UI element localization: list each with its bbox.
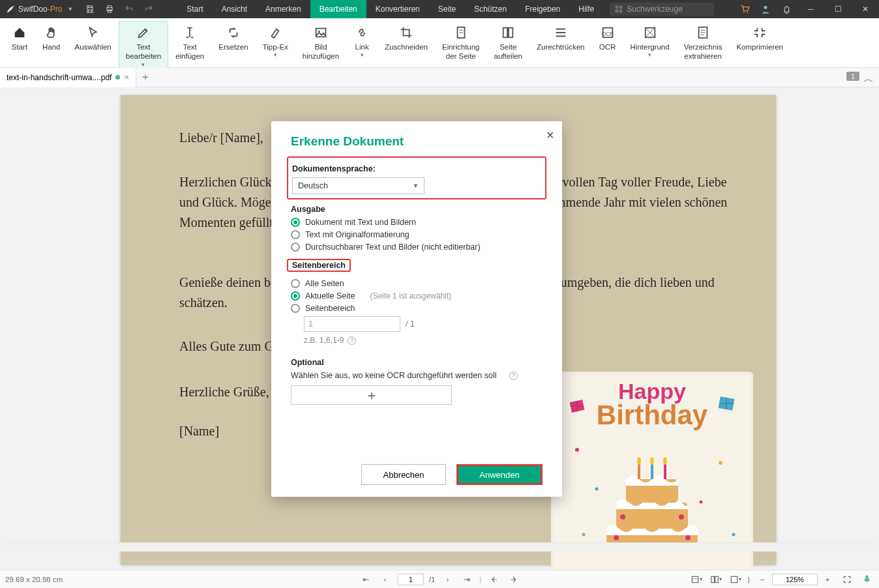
- page-navigation: ⇤ ‹ /1 › ⇥ |: [359, 572, 521, 587]
- crop-icon: [399, 24, 413, 41]
- output-option-2[interactable]: Text mit Originalformatierung: [291, 230, 543, 239]
- ribbon-toc[interactable]: Verzeichnis extrahieren: [677, 21, 730, 63]
- page-total: / 1: [406, 319, 415, 329]
- output-option-2-label: Text mit Originalformatierung: [305, 230, 410, 239]
- ribbon-align[interactable]: Zurechtrücken: [529, 21, 592, 53]
- svg-point-12: [575, 448, 579, 452]
- ribbon-textinsert[interactable]: Text einfügen: [168, 21, 211, 63]
- image-icon: [314, 24, 328, 41]
- fit-icon[interactable]: ▾: [728, 572, 743, 587]
- svg-rect-33: [692, 576, 698, 582]
- first-page-icon[interactable]: ⇤: [359, 572, 373, 587]
- menu-schützen[interactable]: Schützen: [465, 0, 516, 18]
- ribbon-image[interactable]: Bild hinzufügen: [295, 21, 346, 63]
- fullscreen-icon[interactable]: [840, 572, 854, 587]
- bell-icon[interactable]: [776, 0, 797, 18]
- ribbon-bg[interactable]: Hintergrund▾: [623, 21, 677, 61]
- layout-icon[interactable]: ▾: [709, 572, 723, 587]
- range-current-label: Aktuelle Seite: [305, 291, 355, 301]
- ribbon-label: Tipp-Ex: [263, 42, 288, 51]
- last-page-icon[interactable]: ⇥: [460, 572, 474, 587]
- language-value: Deutsch: [298, 181, 328, 190]
- output-option-1[interactable]: Dokument mit Text und Bildern: [291, 218, 543, 227]
- range-range-label: Seitenbereich: [305, 304, 355, 313]
- ribbon-hand[interactable]: Hand: [35, 21, 68, 53]
- ribbon-textedit[interactable]: Text bearbeiten▾: [119, 21, 168, 70]
- zoom-out-icon[interactable]: −: [755, 572, 769, 587]
- svg-rect-3: [316, 29, 326, 37]
- ribbon-link[interactable]: Link▾: [346, 21, 378, 61]
- minimize-button[interactable]: ─: [797, 0, 824, 18]
- menu-hilfe[interactable]: Hilfe: [569, 0, 603, 18]
- range-option-range[interactable]: Seitenbereich: [291, 304, 543, 313]
- cart-icon[interactable]: [734, 0, 755, 18]
- menu-ansicht[interactable]: Ansicht: [213, 0, 256, 18]
- page-indicator[interactable]: 1: [846, 72, 859, 81]
- next-page-icon[interactable]: ›: [440, 572, 454, 587]
- output-option-3[interactable]: Durchsuchbarer Text und Bilder (nicht ed…: [291, 243, 543, 252]
- print-icon[interactable]: [100, 0, 119, 18]
- dialog-actions: Abbrechen Anwenden: [291, 464, 543, 485]
- hand-icon: [44, 24, 59, 41]
- view-mode-icon[interactable]: ▾: [689, 572, 704, 587]
- menu-konvertieren[interactable]: Konvertieren: [366, 0, 429, 18]
- svg-point-14: [719, 461, 723, 465]
- ribbon-ocr[interactable]: OCROCR: [592, 21, 623, 53]
- close-button[interactable]: ✕: [852, 0, 879, 18]
- toc-icon: [696, 24, 710, 41]
- card-title: Happy Birthday: [597, 381, 708, 428]
- prev-page-icon[interactable]: ‹: [378, 572, 393, 587]
- ribbon-split[interactable]: Seite aufteilen: [487, 21, 529, 63]
- app-menu-caret-icon[interactable]: ▼: [67, 6, 73, 12]
- add-exclusion-button[interactable]: ＋: [291, 385, 452, 405]
- svg-point-0: [743, 12, 745, 13]
- pin-icon[interactable]: [859, 572, 874, 587]
- prev-view-icon[interactable]: [486, 572, 501, 587]
- ribbon-tippex[interactable]: Tipp-Ex▾: [256, 21, 295, 61]
- range-label-highlight: Seitenbereich: [287, 259, 351, 272]
- user-icon[interactable]: [755, 0, 776, 18]
- language-dropdown[interactable]: Deutsch ▼: [292, 177, 425, 194]
- cancel-button[interactable]: Abbrechen: [361, 464, 446, 485]
- maximize-button[interactable]: ☐: [824, 0, 852, 18]
- ribbon-crop[interactable]: Zuschneiden: [378, 21, 435, 53]
- ribbon-cursor[interactable]: Auswählen: [68, 21, 119, 53]
- zoom-input[interactable]: [772, 574, 818, 585]
- range-current-hint: (Seite 1 ist ausgewählt): [370, 291, 451, 301]
- range-option-all[interactable]: Alle Seiten: [291, 279, 543, 288]
- apply-button[interactable]: Anwenden: [456, 464, 543, 485]
- dialog-close-icon[interactable]: ✕: [546, 129, 554, 141]
- tab-close-icon[interactable]: ×: [124, 72, 129, 82]
- add-tab-button[interactable]: ＋: [136, 68, 155, 87]
- help-icon[interactable]: ?: [509, 372, 518, 380]
- ribbon-compress[interactable]: Komprimieren: [729, 21, 790, 53]
- svg-rect-7: [509, 28, 513, 38]
- range-option-current[interactable]: Aktuelle Seite (Seite 1 ist ausgewählt): [291, 291, 543, 301]
- horizontal-scrollbar[interactable]: [4, 542, 875, 551]
- save-icon[interactable]: [81, 0, 99, 18]
- ribbon-replace[interactable]: Ersetzen: [211, 21, 255, 53]
- range-all-label: Alle Seiten: [305, 279, 344, 288]
- menu-seite[interactable]: Seite: [429, 0, 465, 18]
- unsaved-dot-icon: [115, 75, 120, 80]
- svg-rect-6: [503, 28, 507, 38]
- page-number-input[interactable]: [398, 574, 424, 585]
- help-icon[interactable]: ?: [348, 336, 356, 345]
- menu-bearbeiten[interactable]: Bearbeiten: [310, 0, 366, 18]
- undo-icon[interactable]: [120, 0, 138, 18]
- next-view-icon[interactable]: [506, 572, 520, 587]
- redo-icon[interactable]: [140, 0, 158, 18]
- ribbon-home[interactable]: Start: [4, 21, 35, 53]
- menu-start[interactable]: Start: [177, 0, 212, 18]
- menu-anmerken[interactable]: Anmerken: [256, 0, 310, 18]
- collapse-ribbon-icon[interactable]: ︿: [863, 72, 874, 86]
- ribbon-pagesetup[interactable]: Einrichtung der Seite: [435, 21, 487, 63]
- ribbon-label: Hand: [42, 42, 61, 51]
- search-tools[interactable]: Suchwerkzeuge: [610, 3, 714, 16]
- page-range-input[interactable]: [304, 316, 400, 332]
- statusbar: 29.69 x 20.98 cm ⇤ ‹ /1 › ⇥ | ▾ ▾ ▾ | − …: [0, 570, 879, 588]
- document-tab[interactable]: text-in-handschrift-umwa....pdf ×: [0, 68, 136, 87]
- zoom-in-icon[interactable]: +: [820, 572, 835, 587]
- ocr-dialog: ✕ Erkenne Dokument Dokumentensprache: De…: [271, 121, 562, 497]
- menu-freigeben[interactable]: Freigeben: [516, 0, 569, 18]
